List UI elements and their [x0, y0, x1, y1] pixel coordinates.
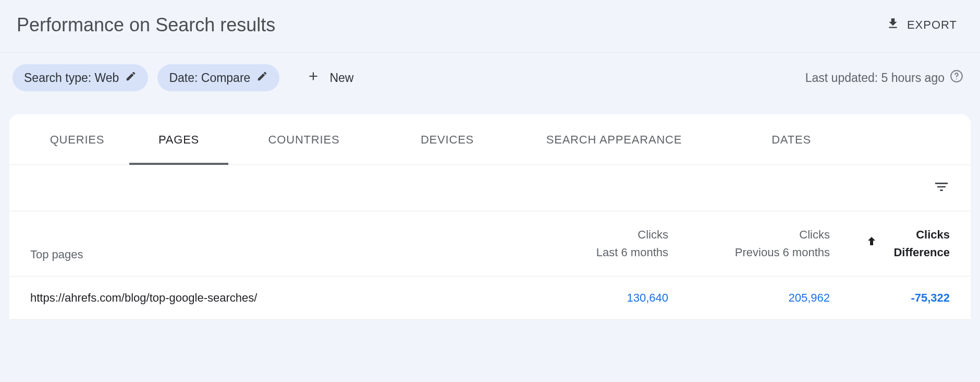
export-button[interactable]: EXPORT	[880, 13, 963, 38]
column-clicks-prev-l1: Clicks	[668, 226, 830, 244]
tab-countries[interactable]: COUNTRIES	[228, 114, 379, 164]
cell-page-url: https://ahrefs.com/blog/top-google-searc…	[30, 291, 507, 305]
tab-dates[interactable]: DATES	[713, 114, 869, 164]
plus-icon	[307, 69, 320, 86]
svg-point-1	[956, 79, 957, 80]
search-type-chip[interactable]: Search type: Web	[13, 64, 148, 91]
column-clicks-prev-l2: Previous 6 months	[668, 244, 830, 261]
help-icon[interactable]	[950, 69, 963, 86]
cell-clicks-previous: 205,962	[668, 291, 830, 305]
tab-queries[interactable]: QUERIES	[9, 114, 129, 164]
search-type-chip-label: Search type: Web	[24, 71, 119, 85]
date-chip-label: Date: Compare	[169, 71, 250, 85]
tabs-bar: QUERIES PAGES COUNTRIES DEVICES SEARCH A…	[9, 114, 971, 165]
pencil-icon	[125, 70, 137, 85]
tab-search-appearance[interactable]: SEARCH APPEARANCE	[515, 114, 713, 164]
arrow-up-icon	[865, 235, 878, 253]
column-top-pages[interactable]: Top pages	[30, 248, 507, 261]
table-row[interactable]: https://ahrefs.com/blog/top-google-searc…	[9, 277, 971, 320]
table-header: Top pages Clicks Last 6 months Clicks Pr…	[9, 211, 971, 277]
cell-clicks-current: 130,640	[507, 291, 668, 305]
last-updated-text: Last updated: 5 hours ago	[805, 71, 945, 85]
download-icon	[886, 17, 900, 33]
filter-list-icon[interactable]	[933, 178, 950, 197]
page-title: Performance on Search results	[17, 14, 275, 36]
column-diff-l1: Clicks	[893, 226, 950, 244]
pencil-icon	[256, 70, 268, 85]
tab-pages[interactable]: PAGES	[129, 114, 228, 164]
tab-devices[interactable]: DEVICES	[379, 114, 515, 164]
export-label: EXPORT	[907, 18, 957, 32]
column-clicks-current-l1: Clicks	[507, 226, 668, 244]
column-clicks-previous[interactable]: Clicks Previous 6 months	[668, 226, 830, 261]
column-clicks-current[interactable]: Clicks Last 6 months	[507, 226, 668, 261]
column-diff-l2: Difference	[893, 244, 950, 261]
date-chip[interactable]: Date: Compare	[157, 64, 279, 91]
new-filter-button[interactable]: New	[299, 64, 361, 91]
column-clicks-current-l2: Last 6 months	[507, 244, 668, 261]
column-clicks-difference[interactable]: Clicks Difference	[830, 226, 950, 261]
cell-clicks-difference: -75,322	[830, 291, 950, 305]
new-filter-label: New	[329, 71, 353, 85]
results-card: QUERIES PAGES COUNTRIES DEVICES SEARCH A…	[9, 114, 971, 320]
